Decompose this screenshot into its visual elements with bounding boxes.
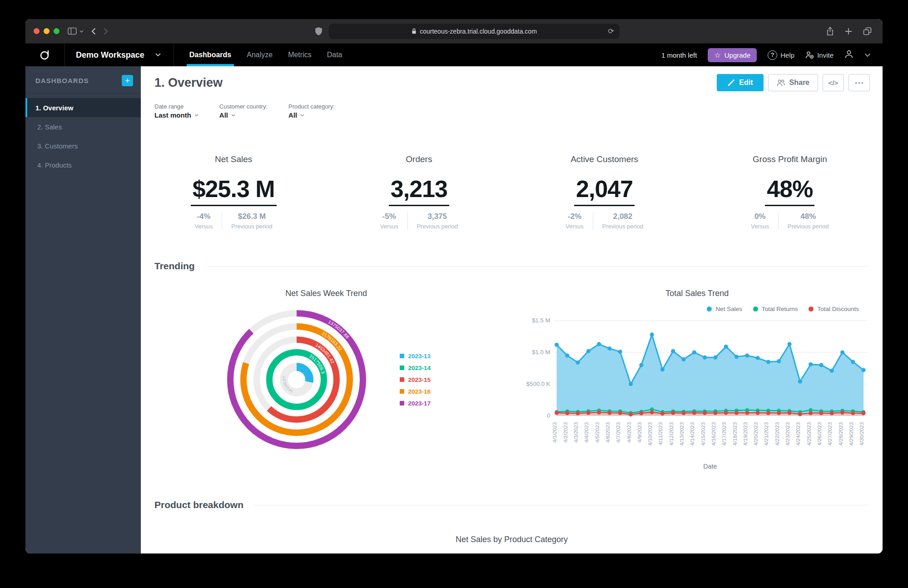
svg-text:4/14/2023: 4/14/2023: [689, 422, 695, 446]
svg-text:4/12/2023: 4/12/2023: [668, 422, 674, 446]
legend-item[interactable]: 2023-13: [400, 353, 431, 360]
svg-text:4/4/2023: 4/4/2023: [583, 422, 589, 443]
svg-text:$1.0 M: $1.0 M: [532, 349, 550, 356]
svg-text:4/28/2023: 4/28/2023: [837, 422, 843, 446]
sidebar-item-products[interactable]: 4. Products: [25, 155, 141, 174]
svg-text:4/17/2023: 4/17/2023: [721, 422, 727, 446]
svg-text:4/2/2023: 4/2/2023: [562, 422, 568, 443]
legend-item[interactable]: Net Sales: [707, 306, 742, 312]
legend-item[interactable]: 2023-14: [400, 365, 431, 371]
product-breakdown-section-header: Product breakdown: [154, 499, 869, 510]
forward-icon[interactable]: [104, 28, 108, 35]
close-button[interactable]: [34, 28, 40, 34]
user-avatar-icon: [844, 49, 853, 59]
tab-data[interactable]: Data: [327, 44, 342, 66]
kpi-value: 2,047: [574, 175, 635, 206]
kpi-value: 3,213: [389, 175, 449, 206]
sidebar-item-customers[interactable]: 3. Customers: [25, 136, 141, 155]
chevron-down-icon: [231, 114, 235, 117]
account-menu[interactable]: [844, 49, 853, 60]
sidebar-toggle-icon[interactable]: [68, 27, 84, 35]
svg-text:4/20/2023: 4/20/2023: [753, 422, 759, 446]
svg-text:4/21/2023: 4/21/2023: [763, 422, 769, 446]
sidebar-item-overview[interactable]: 1. Overview: [25, 98, 141, 117]
account-chevron-down-icon[interactable]: [864, 53, 871, 57]
net-sales-week-trend-chart: Net Sales Week Trend 341100.072517509.31…: [141, 282, 512, 473]
tab-dashboards[interactable]: Dashboards: [189, 44, 231, 66]
address-bar[interactable]: courteous-zebra.trial.cloud.gooddata.com…: [329, 24, 620, 39]
svg-text:4/24/2023: 4/24/2023: [795, 422, 801, 446]
pencil-icon: [727, 79, 735, 87]
dashboard-content: 1. Overview Edit Share </> ⋯: [141, 66, 883, 553]
workspace-selector[interactable]: Demo Workspace: [65, 44, 174, 66]
share-page-icon[interactable]: [826, 27, 834, 36]
add-dashboard-button[interactable]: +: [122, 75, 133, 86]
product-category-chart-title: Net Sales by Product Category: [141, 535, 883, 544]
privacy-shield-icon[interactable]: [315, 27, 323, 36]
area-line-chart: $1.5 M$1.0 M$500.0 K04/1/20234/2/20234/3…: [518, 312, 877, 473]
svg-text:4/25/2023: 4/25/2023: [805, 422, 811, 446]
share-button[interactable]: Share: [768, 74, 818, 91]
help-icon: ?: [768, 50, 777, 60]
svg-text:4/9/2023: 4/9/2023: [636, 422, 642, 443]
legend-item[interactable]: 2023-17: [400, 400, 431, 407]
radial-chart-legend: 2023-132023-142023-152023-162023-17: [400, 353, 431, 407]
invite-user-icon: [805, 51, 814, 59]
svg-text:4/1/2023: 4/1/2023: [551, 422, 557, 443]
legend-item[interactable]: 2023-16: [400, 388, 431, 395]
sidebar-title: DASHBOARDS: [35, 77, 89, 84]
svg-text:4/26/2023: 4/26/2023: [816, 422, 822, 446]
tab-analyze[interactable]: Analyze: [247, 44, 273, 66]
svg-text:4/15/2023: 4/15/2023: [700, 422, 705, 446]
app-tabs: Dashboards Analyze Metrics Data: [174, 44, 342, 66]
customer-country-filter[interactable]: Customer country: All: [219, 103, 268, 119]
svg-text:4/29/2023: 4/29/2023: [848, 422, 854, 446]
upgrade-button[interactable]: ☆ Upgrade: [708, 48, 757, 62]
product-category-filter[interactable]: Product category: All: [288, 103, 335, 119]
browser-chrome: courteous-zebra.trial.cloud.gooddata.com…: [25, 19, 883, 44]
svg-text:4/27/2023: 4/27/2023: [827, 422, 833, 446]
date-range-filter[interactable]: Date range Last month: [154, 103, 198, 119]
kpi-active-customers: Active Customers 2,047 -2%Versus 2,082Pr…: [512, 154, 697, 230]
svg-text:4/8/2023: 4/8/2023: [625, 422, 631, 443]
invite-button[interactable]: Invite: [805, 51, 834, 59]
url-text: courteous-zebra.trial.cloud.gooddata.com: [420, 28, 537, 35]
edit-button[interactable]: Edit: [717, 74, 763, 91]
app-topbar: Demo Workspace Dashboards Analyze Metric…: [25, 44, 883, 66]
page-title: 1. Overview: [154, 76, 223, 90]
line-chart-legend: Net SalesTotal ReturnsTotal Discounts: [512, 306, 883, 312]
trending-section-header: Trending: [154, 261, 869, 272]
svg-text:4/11/2023: 4/11/2023: [657, 422, 663, 445]
minimize-button[interactable]: [44, 28, 50, 34]
sidebar-item-sales[interactable]: 2. Sales: [25, 117, 141, 136]
legend-item[interactable]: Total Discounts: [809, 306, 859, 312]
embed-code-button[interactable]: </>: [823, 74, 844, 91]
fullscreen-button[interactable]: [54, 28, 60, 34]
chevron-down-icon: [155, 53, 161, 57]
more-options-button[interactable]: ⋯: [848, 74, 870, 91]
chevron-down-icon: [194, 114, 198, 117]
svg-text:4/30/2023: 4/30/2023: [858, 422, 864, 446]
svg-text:4/6/2023: 4/6/2023: [605, 422, 610, 443]
back-icon[interactable]: [91, 28, 96, 35]
new-tab-icon[interactable]: [845, 28, 852, 35]
kpi-value: 48%: [765, 175, 814, 206]
svg-text:$500.0 K: $500.0 K: [526, 380, 551, 387]
people-icon: [777, 79, 785, 87]
legend-item[interactable]: Total Returns: [753, 306, 798, 312]
tab-overview-icon[interactable]: [863, 27, 872, 35]
kpi-orders: Orders 3,213 -5%Versus 3,375Previous per…: [326, 154, 511, 230]
gooddata-logo[interactable]: [25, 44, 65, 66]
tab-metrics[interactable]: Metrics: [288, 44, 312, 66]
svg-text:4/13/2023: 4/13/2023: [679, 422, 685, 446]
total-sales-trend-chart: Total Sales Trend Net SalesTotal Returns…: [512, 282, 883, 473]
svg-text:$1.5 M: $1.5 M: [532, 317, 550, 324]
svg-text:4/18/2023: 4/18/2023: [731, 422, 737, 446]
help-menu[interactable]: ? Help: [768, 50, 794, 60]
traffic-lights: [34, 28, 60, 34]
svg-text:4/5/2023: 4/5/2023: [594, 422, 600, 443]
reload-icon[interactable]: ⟳: [608, 27, 614, 35]
svg-text:4/22/2023: 4/22/2023: [774, 422, 780, 446]
svg-text:4/3/2023: 4/3/2023: [573, 422, 579, 443]
legend-item[interactable]: 2023-15: [400, 376, 431, 383]
